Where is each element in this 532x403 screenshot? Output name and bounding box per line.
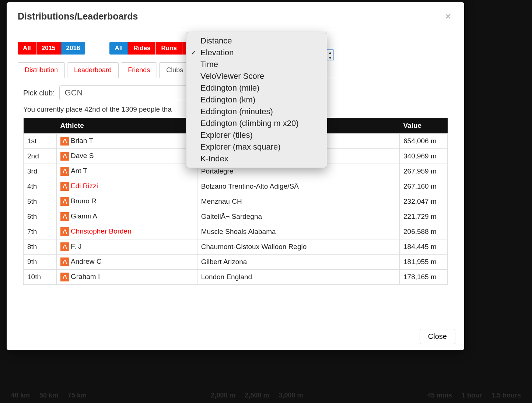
value-cell: 340,969 m [400,149,448,164]
year-filter-group: All20152016 [18,42,85,55]
value-cell: 184,445 m [400,239,448,255]
strava-icon [60,257,69,266]
background-scale-numbers: 40 km 50 km 75 km 2,000 m 2,500 m 3,000 … [0,388,532,403]
pick-club-label: Pick club: [23,89,55,97]
athlete-name[interactable]: Christopher Borden [71,227,132,235]
metric-dropdown-popover: DistanceElevationTimeVeloViewer ScoreEdd… [186,32,327,168]
metric-option-veloviewer-score[interactable]: VeloViewer Score [186,70,327,82]
table-row: 5thBruno RMenznau CH232,047 m [24,194,448,209]
athlete-cell[interactable]: Brian T [57,134,197,149]
rank-cell: 7th [24,224,57,239]
modal-footer: Close [7,323,464,350]
metric-option-eddington-mile-[interactable]: Eddington (mile) [186,82,327,94]
table-row: 7thChristopher BordenMuscle Shoals Alaba… [24,224,448,239]
location-cell: GaltellÃ¬ Sardegna [197,209,399,224]
strava-icon [60,212,69,221]
col-rank [24,118,57,134]
athlete-cell[interactable]: Gianni A [57,209,197,224]
athlete-name[interactable]: Graham I [71,273,100,280]
year-pill-2015[interactable]: 2015 [36,42,61,55]
year-pill-2016[interactable]: 2016 [61,42,85,55]
athlete-cell[interactable]: Andrew C [57,255,197,270]
close-button[interactable]: Close [420,329,455,344]
metric-option-distance[interactable]: Distance [186,35,327,47]
distributions-modal: Distributions/Leaderboards × All20152016… [7,2,464,350]
athlete-cell[interactable]: Graham I [57,270,197,285]
metric-option-eddington-minutes-[interactable]: Eddington (minutes) [186,106,327,118]
metric-option-elevation[interactable]: Elevation [186,47,327,59]
value-cell: 654,006 m [400,134,448,149]
strava-icon [60,273,69,281]
athlete-cell[interactable]: Bruno R [57,194,197,209]
metric-option-eddington-km-[interactable]: Eddington (km) [186,94,327,106]
location-cell: London England [197,270,399,285]
col-athlete: Athlete [57,118,197,134]
athlete-name[interactable]: Bruno R [71,197,97,205]
strava-icon [60,242,69,251]
value-cell: 181,955 m [400,255,448,270]
year-pill-all[interactable]: All [18,42,36,55]
rank-cell: 9th [24,255,57,270]
location-cell: Bolzano Trentino-Alto Adige/SÃ [197,179,399,194]
athlete-name[interactable]: Edi Rizzi [71,182,98,190]
location-cell: Menznau CH [197,194,399,209]
strava-icon [60,182,69,191]
metric-option-k-index[interactable]: K-Index [186,153,327,165]
tab-clubs[interactable]: Clubs [159,62,190,78]
strava-icon [60,227,69,236]
table-row: 4thEdi RizziBolzano Trentino-Alto Adige/… [24,179,448,194]
value-cell: 232,047 m [400,194,448,209]
modal-header: Distributions/Leaderboards × [7,2,464,30]
athlete-name[interactable]: F. J [71,242,82,250]
value-cell: 267,160 m [400,179,448,194]
type-pill-runs[interactable]: Runs [156,42,182,55]
athlete-name[interactable]: Ant T [71,167,87,175]
athlete-cell[interactable]: F. J [57,239,197,255]
metric-option-explorer-tiles-[interactable]: Explorer (tiles) [186,129,327,141]
athlete-cell[interactable]: Ant T [57,164,197,179]
strava-icon [60,137,69,146]
table-row: 8thF. JChaumont-Gistoux Walloon Regio184… [24,239,448,255]
tab-leaderboard[interactable]: Leaderboard [67,62,119,78]
athlete-name[interactable]: Dave S [71,152,94,160]
location-cell: Muscle Shoals Alabama [197,224,399,239]
metric-option-time[interactable]: Time [186,59,327,70]
strava-icon [60,152,69,161]
rank-cell: 1st [24,134,57,149]
rank-cell: 10th [24,270,57,285]
value-cell: 206,588 m [400,224,448,239]
value-cell: 178,165 m [400,270,448,285]
metric-option-eddington-climbing-m-x20-[interactable]: Eddington (climbing m x20) [186,118,327,129]
athlete-name[interactable]: Brian T [71,137,93,144]
tab-friends[interactable]: Friends [121,62,157,78]
location-cell: Chaumont-Gistoux Walloon Regio [197,239,399,255]
table-row: 6thGianni AGaltellÃ¬ Sardegna221,729 m [24,209,448,224]
rank-cell: 5th [24,194,57,209]
tab-distribution[interactable]: Distribution [18,62,65,78]
athlete-cell[interactable]: Edi Rizzi [57,179,197,194]
athlete-name[interactable]: Gianni A [71,212,97,220]
value-cell: 267,959 m [400,164,448,179]
location-cell: Gilbert Arizona [197,255,399,270]
rank-cell: 4th [24,179,57,194]
chevron-up-icon: ▲ [328,50,332,55]
rank-cell: 8th [24,239,57,255]
rank-cell: 3rd [24,164,57,179]
metric-option-explorer-max-square-[interactable]: Explorer (max square) [186,141,327,153]
athlete-cell[interactable]: Christopher Borden [57,224,197,239]
athlete-cell[interactable]: Dave S [57,149,197,164]
strava-icon [60,197,69,206]
chevron-down-icon: ▼ [328,56,332,60]
value-cell: 221,729 m [400,209,448,224]
type-pill-rides[interactable]: Rides [128,42,156,55]
table-row: 10thGraham ILondon England178,165 m [24,270,448,285]
strava-icon [60,167,69,176]
modal-title: Distributions/Leaderboards [18,11,138,22]
close-icon[interactable]: × [443,10,453,22]
table-row: 9thAndrew CGilbert Arizona181,955 m [24,255,448,270]
col-value: Value [400,118,448,134]
type-pill-all[interactable]: All [109,42,128,55]
athlete-name[interactable]: Andrew C [71,257,101,265]
metric-select-stepper[interactable]: ▲ ▼ [326,49,334,60]
rank-cell: 6th [24,209,57,224]
